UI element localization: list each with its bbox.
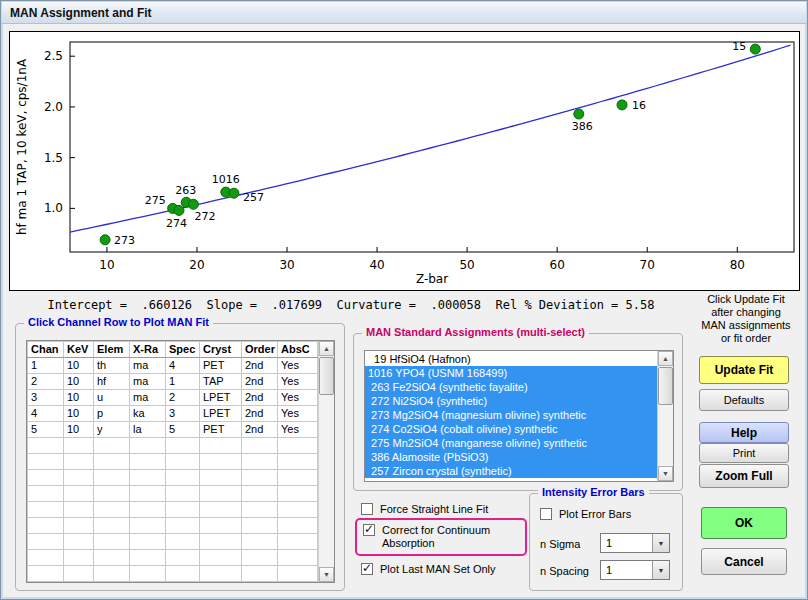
list-item[interactable]: 263 Fe2SiO4 (synthetic fayalite) — [365, 380, 657, 394]
chart-canvas[interactable]: 10203040506070801.01.52.02.5273275274263… — [10, 32, 799, 290]
assignments-scrollbar[interactable]: ▲ ▼ — [657, 351, 673, 481]
cell[interactable]: la — [130, 422, 166, 438]
channel-row[interactable]: 210hfma1TAP2ndYes — [28, 374, 318, 390]
channel-row[interactable]: 410pka3LPET2ndYes — [28, 406, 318, 422]
titlebar[interactable]: MAN Assignment and Fit — [2, 2, 806, 24]
cell[interactable]: ma — [130, 358, 166, 374]
cell[interactable]: 2 — [28, 374, 64, 390]
ok-button[interactable]: OK — [701, 507, 787, 539]
list-item[interactable]: 386 Alamosite (PbSiO3) — [365, 450, 657, 464]
empty-row — [28, 454, 318, 470]
y-tick-label: 2.0 — [44, 100, 63, 114]
update-fit-note: Click Update Fit after changing MAN assi… — [689, 293, 803, 345]
scroll-thumb[interactable] — [658, 367, 673, 405]
zoom-full-button[interactable]: Zoom Full — [699, 464, 789, 488]
list-item[interactable]: 19 HfSiO4 (Hafnon) — [365, 352, 657, 366]
cell[interactable]: Yes — [278, 406, 318, 422]
cell[interactable]: 2nd — [242, 390, 278, 406]
cell[interactable]: 10 — [64, 390, 94, 406]
cell[interactable]: 2nd — [242, 374, 278, 390]
data-point-273[interactable] — [100, 235, 110, 245]
error-bars-group: Intensity Error Bars Plot Error Bars n S… — [529, 493, 683, 591]
assignments-listbox[interactable]: 19 HfSiO4 (Hafnon)1016 YPO4 (USNM 168499… — [365, 351, 657, 481]
scroll-up-arrow[interactable]: ▲ — [658, 351, 673, 366]
cell[interactable]: PET — [200, 358, 242, 374]
plot-error-bars-checkbox[interactable]: Plot Error Bars — [540, 508, 631, 521]
point-label: 274 — [166, 217, 187, 230]
cell[interactable]: TAP — [200, 374, 242, 390]
cell[interactable]: 1 — [28, 358, 64, 374]
chevron-down-icon[interactable]: ▼ — [652, 534, 669, 552]
assignments-title: MAN Standard Assignments (multi-select) — [362, 326, 589, 338]
cell[interactable]: u — [94, 390, 130, 406]
cell[interactable]: Yes — [278, 390, 318, 406]
update-fit-button[interactable]: Update Fit — [699, 356, 789, 384]
cell[interactable]: ma — [130, 374, 166, 390]
channel-row[interactable]: 510yla5PET2ndYes — [28, 422, 318, 438]
scroll-down-arrow[interactable]: ▼ — [658, 466, 673, 481]
cell[interactable]: 5 — [28, 422, 64, 438]
channel-row[interactable]: 310uma2LPET2ndYes — [28, 390, 318, 406]
list-item[interactable]: 257 Zircon crystal (synthetic) — [365, 464, 657, 478]
cell[interactable]: p — [94, 406, 130, 422]
cell[interactable]: PET — [200, 422, 242, 438]
help-button[interactable]: Help — [699, 422, 789, 443]
cell[interactable]: 5 — [166, 422, 200, 438]
y-tick-label: 2.5 — [44, 49, 63, 63]
cell[interactable]: 3 — [166, 406, 200, 422]
list-item[interactable]: 273 Mg2SiO4 (magnesium olivine) syntheti… — [365, 408, 657, 422]
force-straight-line-checkbox[interactable]: Force Straight Line Fit — [361, 503, 488, 516]
cell[interactable]: hf — [94, 374, 130, 390]
n-sigma-value: 1 — [601, 534, 652, 552]
scroll-up-arrow[interactable]: ▲ — [319, 341, 334, 356]
cell[interactable]: 10 — [64, 374, 94, 390]
n-spacing-select[interactable]: 1 ▼ — [600, 560, 670, 580]
cell[interactable]: LPET — [200, 406, 242, 422]
scroll-down-arrow[interactable]: ▼ — [319, 567, 334, 582]
cell[interactable]: LPET — [200, 390, 242, 406]
data-point-257[interactable] — [229, 188, 239, 198]
empty-row — [28, 550, 318, 566]
list-item[interactable]: 1016 YPO4 (USNM 168499) — [365, 366, 657, 380]
cell[interactable]: 4 — [166, 358, 200, 374]
list-item[interactable]: 274 Co2SiO4 (cobalt olivine) synthetic — [365, 422, 657, 436]
cell[interactable]: 2nd — [242, 358, 278, 374]
cell[interactable]: 2nd — [242, 422, 278, 438]
plot-last-man-set-checkbox[interactable]: Plot Last MAN Set Only — [361, 563, 496, 576]
cancel-button[interactable]: Cancel — [701, 548, 787, 575]
cell[interactable]: 10 — [64, 358, 94, 374]
data-point-386[interactable] — [574, 109, 584, 119]
cell[interactable]: Yes — [278, 374, 318, 390]
data-point-15[interactable] — [750, 44, 760, 54]
cell[interactable]: Yes — [278, 422, 318, 438]
list-item[interactable]: 272 Ni2SiO4 (synthetic) — [365, 394, 657, 408]
cell[interactable]: ma — [130, 390, 166, 406]
cell[interactable]: 10 — [64, 422, 94, 438]
cell[interactable]: 4 — [28, 406, 64, 422]
man-fit-chart-panel[interactable]: 10203040506070801.01.52.02.5273275274263… — [9, 31, 800, 291]
cell[interactable]: th — [94, 358, 130, 374]
cell[interactable]: 2 — [166, 390, 200, 406]
data-point-16[interactable] — [617, 100, 627, 110]
data-point-272[interactable] — [188, 199, 198, 209]
cell[interactable]: Yes — [278, 358, 318, 374]
print-button[interactable]: Print — [699, 443, 789, 463]
cell[interactable]: 3 — [28, 390, 64, 406]
scroll-thumb[interactable] — [319, 357, 334, 395]
defaults-button[interactable]: Defaults — [699, 389, 789, 411]
cell[interactable]: 1 — [166, 374, 200, 390]
continuum-absorption-checkbox[interactable]: Correct for Continuum Absorption — [363, 524, 516, 550]
data-point-274[interactable] — [174, 205, 184, 215]
empty-row — [28, 438, 318, 454]
cell[interactable]: y — [94, 422, 130, 438]
empty-row — [28, 534, 318, 550]
channel-table-scrollbar[interactable]: ▲ ▼ — [318, 341, 334, 582]
list-item[interactable]: 275 Mn2SiO4 (manganese olivine) syntheti… — [365, 436, 657, 450]
cell[interactable]: ka — [130, 406, 166, 422]
chevron-down-icon[interactable]: ▼ — [652, 561, 669, 579]
n-sigma-select[interactable]: 1 ▼ — [600, 533, 670, 553]
cell[interactable]: 10 — [64, 406, 94, 422]
channel-row[interactable]: 110thma4PET2ndYes — [28, 358, 318, 374]
checkbox-box — [540, 508, 552, 520]
cell[interactable]: 2nd — [242, 406, 278, 422]
